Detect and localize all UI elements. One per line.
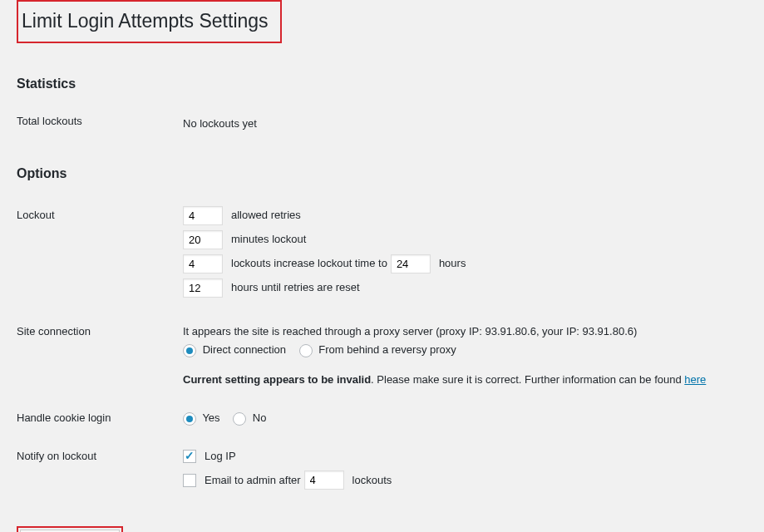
direct-connection-label: Direct connection	[203, 343, 286, 356]
proxy-connection-option[interactable]: From behind a reversy proxy	[299, 343, 456, 356]
cookie-yes-label: Yes	[202, 411, 219, 424]
hours-reset-input[interactable]	[183, 278, 223, 298]
allowed-retries-input[interactable]	[183, 206, 223, 225]
options-heading: Options	[17, 166, 747, 181]
log-ip-label: Log IP	[205, 447, 236, 466]
page-title: Limit Login Attempts Settings	[22, 2, 277, 42]
email-lockouts-input[interactable]	[304, 470, 344, 490]
statistics-table: Total lockouts No lockouts yet	[17, 106, 747, 150]
proxy-connection-radio[interactable]	[299, 344, 313, 357]
warning-link[interactable]: here	[684, 373, 706, 386]
cookie-no-radio[interactable]	[233, 412, 246, 426]
cookie-no-label: No	[253, 411, 267, 424]
proxy-connection-label: From behind a reversy proxy	[318, 343, 456, 356]
cookie-yes-radio[interactable]	[183, 412, 196, 426]
proxy-info-text: It appears the site is reached through a…	[183, 323, 739, 341]
lockout-label: Lockout	[17, 196, 183, 313]
hours-reset-text: hours until retries are reset	[231, 278, 360, 297]
handle-cookie-label: Handle cookie login	[17, 399, 183, 437]
statistics-heading: Statistics	[17, 76, 747, 91]
cookie-no-option[interactable]: No	[233, 411, 266, 424]
lockouts-increase-before-text: lockouts increase lockout time to	[231, 254, 387, 273]
lockouts-increase-after-text: hours	[439, 254, 466, 273]
lockouts-increase-hours-input[interactable]	[391, 254, 431, 273]
email-before-text: Email to admin after	[205, 471, 301, 490]
options-table: Lockout allowed retries minutes lockout …	[17, 196, 747, 505]
total-lockouts-label: Total lockouts	[17, 106, 183, 150]
site-connection-label: Site connection	[17, 313, 183, 399]
minutes-lockout-text: minutes lockout	[231, 230, 306, 249]
allowed-retries-text: allowed retries	[231, 206, 301, 224]
email-admin-checkbox[interactable]	[183, 474, 196, 487]
connection-warning: Current setting appears to be invalid. P…	[183, 371, 739, 389]
direct-connection-radio[interactable]	[183, 344, 196, 357]
cookie-yes-option[interactable]: Yes	[183, 411, 223, 424]
direct-connection-option[interactable]: Direct connection	[183, 343, 289, 356]
log-ip-checkbox[interactable]	[183, 450, 196, 463]
total-lockouts-value: No lockouts yet	[183, 106, 747, 150]
warning-bold-text: Current setting appears to be invalid	[183, 373, 371, 386]
lockouts-increase-input[interactable]	[183, 254, 223, 273]
notify-label: Notify on lockout	[17, 437, 183, 505]
warning-text: . Please make sure it is correct. Furthe…	[371, 373, 684, 386]
email-after-text: lockouts	[352, 471, 392, 490]
minutes-lockout-input[interactable]	[183, 230, 223, 249]
